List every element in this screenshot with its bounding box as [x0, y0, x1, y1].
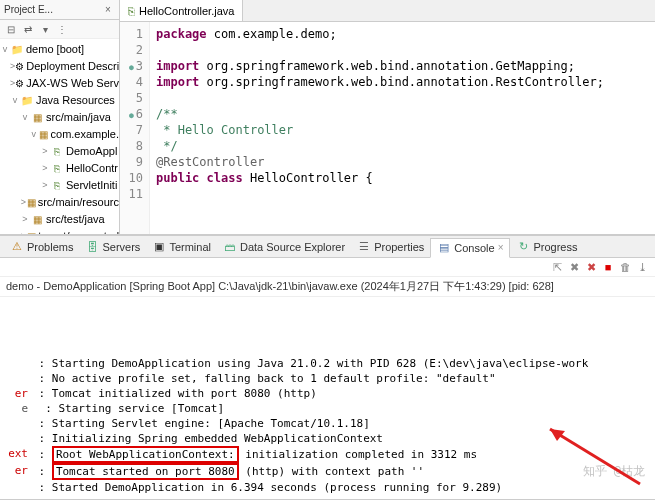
- tab-data-source-explorer[interactable]: 🗃Data Source Explorer: [217, 237, 351, 257]
- console-line: e : Starting service [Tomcat]: [2, 401, 653, 416]
- editor-tab-hellocontroller[interactable]: ⎘ HelloController.java: [120, 0, 243, 21]
- scroll-lock-icon[interactable]: ⤓: [635, 260, 649, 274]
- console-line: : Starting DemoApplication using Java 21…: [2, 356, 653, 371]
- terminate-icon[interactable]: ■: [601, 260, 615, 274]
- pin-icon[interactable]: ⇱: [550, 260, 564, 274]
- project-tree[interactable]: v📁demo [boot]>⚙Deployment Descri>⚙JAX-WS…: [0, 39, 119, 234]
- servers-icon: 🗄: [85, 240, 99, 254]
- console-line: : Started DemoApplication in 6.394 secon…: [2, 480, 653, 495]
- tab-properties[interactable]: ☰Properties: [351, 237, 430, 257]
- tree-root[interactable]: v📁demo [boot]: [0, 41, 119, 58]
- close-icon[interactable]: ×: [498, 242, 504, 253]
- problems-icon: ⚠: [10, 240, 24, 254]
- tree-item[interactable]: >▦target/generated: [0, 228, 119, 234]
- tree-item[interactable]: v▦com.example.: [0, 126, 119, 143]
- tab-progress[interactable]: ↻Progress: [510, 237, 583, 257]
- tab-terminal[interactable]: ▣Terminal: [146, 237, 217, 257]
- tree-item[interactable]: >▦src/test/java: [0, 211, 119, 228]
- tree-item[interactable]: >⎘ServletIniti: [0, 177, 119, 194]
- filter-icon[interactable]: ▾: [38, 22, 52, 36]
- code-editor[interactable]: 1234567891011 package com.example.demo; …: [120, 22, 655, 234]
- console-line: : Starting Servlet engine: [Apache Tomca…: [2, 416, 653, 431]
- console-line: ext : Root WebApplicationContext: initia…: [2, 446, 653, 463]
- project-explorer: Project E... × ⊟ ⇄ ▾ ⋮ v📁demo [boot]>⚙De…: [0, 0, 120, 234]
- remove-all-icon[interactable]: ✖: [584, 260, 598, 274]
- tree-item[interactable]: >⎘HelloContr: [0, 160, 119, 177]
- clear-icon[interactable]: 🗑: [618, 260, 632, 274]
- console-toolbar: ⇱ ✖ ✖ ■ 🗑 ⤓: [0, 258, 655, 277]
- editor-tab-label: HelloController.java: [139, 5, 234, 17]
- tab-servers[interactable]: 🗄Servers: [79, 237, 146, 257]
- bottom-pane: ⚠Problems🗄Servers▣Terminal🗃Data Source E…: [0, 235, 655, 499]
- sidebar-title: Project E...: [4, 4, 97, 15]
- console-header: demo - DemoApplication [Spring Boot App]…: [0, 277, 655, 297]
- tree-item[interactable]: >⚙JAX-WS Web Servic: [0, 75, 119, 92]
- console-line: : Initializing Spring embedded WebApplic…: [2, 431, 653, 446]
- console-output[interactable]: : Starting DemoApplication using Java 21…: [0, 297, 655, 499]
- tree-item[interactable]: >⚙Deployment Descri: [0, 58, 119, 75]
- bottom-tabs: ⚠Problems🗄Servers▣Terminal🗃Data Source E…: [0, 236, 655, 258]
- code-body[interactable]: package com.example.demo; import org.spr…: [150, 22, 610, 234]
- console-line: er : Tomcat initialized with port 8080 (…: [2, 386, 653, 401]
- collapse-all-icon[interactable]: ⊟: [4, 22, 18, 36]
- editor-pane: ⎘ HelloController.java 1234567891011 pac…: [120, 0, 655, 234]
- tree-item[interactable]: >⎘DemoAppl: [0, 143, 119, 160]
- console-line: er : Tomcat started on port 8080 (http) …: [2, 463, 653, 480]
- line-gutter: 1234567891011: [120, 22, 150, 234]
- terminal-icon: ▣: [152, 240, 166, 254]
- data source explorer-icon: 🗃: [223, 240, 237, 254]
- console-icon: ▤: [437, 241, 451, 255]
- sidebar-title-bar: Project E... ×: [0, 0, 119, 20]
- menu-icon[interactable]: ⋮: [55, 22, 69, 36]
- console-line: : No active profile set, falling back to…: [2, 371, 653, 386]
- tree-item[interactable]: >▦src/main/resourc: [0, 194, 119, 211]
- close-icon[interactable]: ×: [101, 3, 115, 17]
- tab-problems[interactable]: ⚠Problems: [4, 237, 79, 257]
- java-file-icon: ⎘: [128, 5, 135, 17]
- progress-icon: ↻: [516, 240, 530, 254]
- tree-item[interactable]: v📁Java Resources: [0, 92, 119, 109]
- properties-icon: ☰: [357, 240, 371, 254]
- sidebar-toolbar: ⊟ ⇄ ▾ ⋮: [0, 20, 119, 39]
- tree-item[interactable]: v▦src/main/java: [0, 109, 119, 126]
- tab-console[interactable]: ▤Console×: [430, 238, 510, 258]
- editor-tabs: ⎘ HelloController.java: [120, 0, 655, 22]
- remove-launch-icon[interactable]: ✖: [567, 260, 581, 274]
- link-editor-icon[interactable]: ⇄: [21, 22, 35, 36]
